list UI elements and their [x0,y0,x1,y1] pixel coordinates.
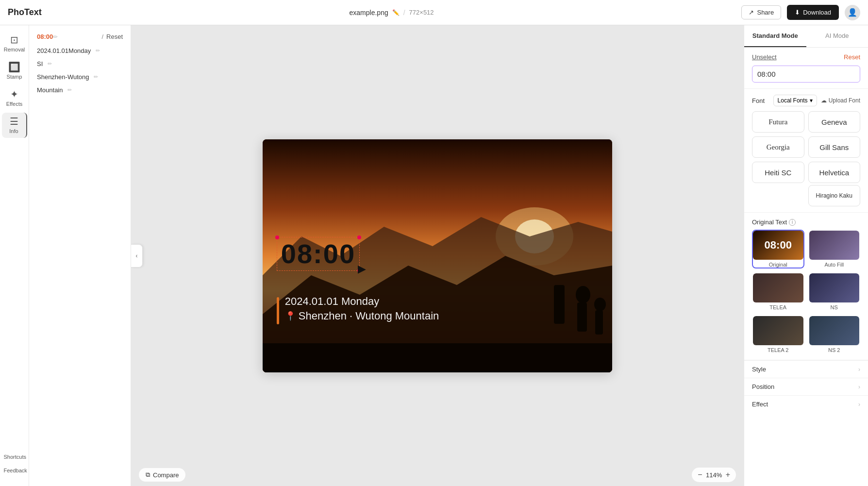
layer-item-shenzhen[interactable]: Shenzhen-Wutong ✏ [29,70,131,84]
layer-item-mountain[interactable]: Mountain ✏ [29,84,131,97]
telea-label: TELEA [753,304,803,310]
sidebar-item-removal[interactable]: ⊡ Removal [2,31,27,56]
font-header: Font Local Fonts ▾ ☁ Upload Font [752,95,860,106]
ns-label: NS [809,304,860,310]
tab-standard[interactable]: Standard Mode [744,25,806,47]
image-dimensions: 772×512 [409,9,434,16]
compare-button[interactable]: ⧉ Compare [139,468,185,482]
zoom-controls: − 114% + [692,468,736,482]
style-card-autofill[interactable]: Auto Fill [808,230,861,268]
text-edit-input[interactable] [752,66,860,83]
font-futura[interactable]: Futura [752,111,804,133]
active-layer-label[interactable]: 08:00 [37,33,53,40]
filename[interactable]: example.png [350,9,388,17]
mode-tabs: Standard Mode AI Mode [744,25,868,48]
position-label: Position [752,383,774,390]
share-icon: ↗ [749,9,754,16]
layer-separator: / [101,33,103,40]
stamp-icon: 🔲 [8,62,20,72]
original-preview-text: 08:00 [765,239,792,251]
style-section[interactable]: Style › [744,360,868,378]
svg-rect-8 [577,302,587,332]
svg-point-7 [576,286,590,303]
app-logo: PhoText [8,7,42,17]
clock-text: 08:00 [281,240,355,268]
font-georgia[interactable]: Georgia [752,136,804,158]
telea2-label: TELEA 2 [753,347,803,353]
compare-icon: ⧉ [146,471,150,479]
upload-font-button[interactable]: ☁ Upload Font [821,97,860,104]
font-helvetica[interactable]: Helvetica [808,162,861,183]
user-avatar[interactable]: 👤 [845,5,860,20]
info-icon: ☰ [10,117,18,126]
effect-section[interactable]: Effect › [744,395,868,413]
removal-icon: ⊡ [10,35,18,45]
info-texts: 2024.01.01 Monday 📍 Shenzhen · Wutong Mo… [285,295,439,322]
font-label: Font [752,97,765,104]
zoom-level: 114% [705,471,723,479]
right-reset[interactable]: Reset [844,53,860,61]
sidebar-icons: ⊡ Removal 🔲 Stamp ✦ Effects ☰ Info Short… [0,25,29,486]
panel-toggle[interactable]: ‹ [131,244,143,268]
cursor-icon: ▶ [358,263,366,275]
edit-filename-icon[interactable]: ✏️ [392,9,400,16]
unselect-row: Unselect Reset [752,53,860,61]
style-grid: 08:00 Original Auto Fill TELEA NS [752,230,860,354]
handle-tl[interactable] [275,235,279,239]
font-grid: Futura Geneva Georgia Gill Sans Heiti SC… [752,111,860,183]
stamp-label: Stamp [7,74,22,80]
edit-shenzhen-icon[interactable]: ✏ [94,74,98,80]
autofill-label: Auto Fill [809,262,860,268]
original-text-section: Original Text i 08:00 Original Auto Fill [744,213,868,360]
topbar: PhoText example.png ✏️ / 772×512 ↗ Share… [0,0,868,25]
unselect-button[interactable]: Unselect [752,53,777,61]
share-button[interactable]: ↗ Share [741,5,781,19]
zoom-out-button[interactable]: − [697,469,703,480]
sidebar-item-effects[interactable]: ✦ Effects [2,85,27,111]
svg-rect-6 [554,285,565,324]
style-card-original[interactable]: 08:00 Original [752,230,804,268]
info-label: Info [9,128,18,134]
clock-text-selected[interactable]: 08:00 ▶ [277,237,360,271]
font-gillsans[interactable]: Gill Sans [808,136,861,158]
download-icon: ⬇ [795,9,800,16]
style-card-ns2[interactable]: NS 2 [808,315,861,354]
main-layout: ⊡ Removal 🔲 Stamp ✦ Effects ☰ Info Short… [0,25,868,486]
sidebar-item-info[interactable]: ☰ Info [2,113,27,138]
feedback-item[interactable]: Feedback [2,465,27,476]
canvas-area: ‹ [131,25,744,486]
font-geneva[interactable]: Geneva [808,111,861,133]
layer-reset[interactable]: Reset [106,33,123,40]
position-section[interactable]: Position › [744,378,868,395]
right-panel: Standard Mode AI Mode Unselect Reset Fon… [744,25,868,486]
edit-mountain-icon[interactable]: ✏ [67,87,72,93]
shortcuts-item[interactable]: Shortcuts [2,451,27,463]
file-info: example.png ✏️ / 772×512 [350,9,434,17]
download-button[interactable]: ⬇ Download [787,5,839,20]
edit-date-icon[interactable]: ✏ [96,48,100,54]
style-card-telea2[interactable]: TELEA 2 [752,315,804,354]
orange-accent-bar [277,297,279,324]
upload-icon: ☁ [821,97,827,104]
original-label: Original [753,262,803,268]
style-card-ns[interactable]: NS [808,272,861,311]
chevron-down-icon: ▾ [810,97,813,104]
font-heitisc[interactable]: Heiti SC [752,162,804,183]
edit-si-icon[interactable]: ✏ [48,61,52,67]
original-text-header: Original Text i [752,218,860,226]
font-hiragiokaku[interactable]: Hiragino Kaku [808,185,861,206]
layer-header: 08:00 ✏ / Reset [29,31,131,44]
canvas-wrapper[interactable]: 08:00 ▶ 2024.01.01 Monday 📍 She [263,139,612,372]
style-arrow-icon: › [858,366,860,373]
zoom-in-button[interactable]: + [725,469,731,480]
sidebar-item-stamp[interactable]: 🔲 Stamp [2,58,27,84]
style-card-telea[interactable]: TELEA [752,272,804,311]
local-fonts-button[interactable]: Local Fonts ▾ [773,95,817,106]
svg-rect-11 [263,343,612,372]
layer-edit-icon[interactable]: ✏ [53,34,58,40]
layer-item-date[interactable]: 2024.01.01Monday ✏ [29,44,131,57]
pin-icon: 📍 [285,311,296,321]
layer-item-si[interactable]: SI ✏ [29,57,131,70]
tab-ai[interactable]: AI Mode [806,25,868,47]
original-text-info-icon[interactable]: i [789,219,796,226]
